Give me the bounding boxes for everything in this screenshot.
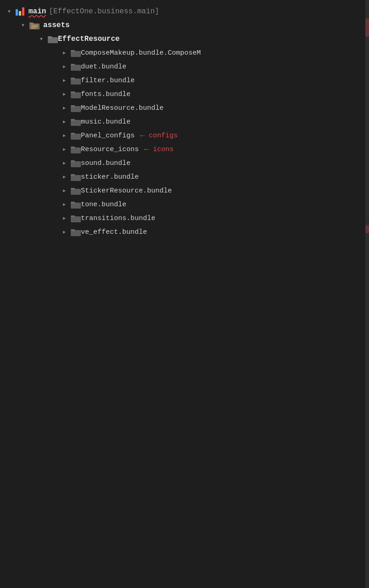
- chevron-right-icon: [60, 76, 69, 85]
- chevron-right-icon: [60, 227, 69, 237]
- svg-rect-16: [71, 105, 75, 107]
- chevron-right-icon: [60, 186, 69, 195]
- folder-icon: [71, 145, 81, 153]
- svg-rect-34: [71, 229, 75, 231]
- annotation-resourceicons: ← icons: [144, 145, 174, 154]
- arrow-icon: ←: [140, 131, 145, 140]
- folder-icon: [71, 49, 81, 57]
- svg-rect-26: [71, 174, 75, 176]
- chevron-right-icon: [60, 145, 69, 154]
- annotation-label: configs: [149, 132, 178, 140]
- svg-rect-20: [71, 133, 75, 135]
- folder-icon: [71, 159, 81, 167]
- item-label: music.bundle: [81, 118, 131, 126]
- annotation-panelconfigs: ← configs: [140, 131, 178, 140]
- chevron-right-icon: [60, 62, 69, 71]
- chevron-right-icon: [60, 103, 69, 113]
- file-tree: main [EffectOne.business.main] assets Ef…: [0, 0, 369, 243]
- svg-rect-14: [71, 91, 75, 93]
- folder-icon: [71, 76, 81, 85]
- root-label: main: [28, 7, 46, 16]
- tree-item-transitions[interactable]: transitions.bundle: [0, 211, 369, 225]
- folder-icon: [71, 62, 81, 71]
- root-sublabel: [EffectOne.business.main]: [49, 7, 159, 16]
- svg-rect-22: [71, 147, 75, 148]
- tree-item-tone[interactable]: tone.bundle: [0, 198, 369, 211]
- item-label: ModelResource.bundle: [81, 104, 164, 112]
- tree-items-container: ComposeMakeup.bundle.ComposeM duet.bundl…: [0, 46, 369, 239]
- item-label: fonts.bundle: [81, 90, 131, 98]
- folder-icon: [71, 131, 81, 140]
- tree-root-main[interactable]: main [EffectOne.business.main]: [0, 5, 369, 18]
- tree-item-composemakeup[interactable]: ComposeMakeup.bundle.ComposeM: [0, 46, 369, 60]
- item-label: duet.bundle: [81, 63, 126, 71]
- svg-rect-1: [29, 23, 34, 24]
- svg-rect-12: [71, 78, 75, 79]
- tree-item-veeffect[interactable]: ve_effect.bundle: [0, 225, 369, 239]
- svg-rect-6: [48, 36, 52, 38]
- scrollbar-thumb-mid[interactable]: [365, 225, 369, 233]
- effectresource-label: EffectResource: [58, 35, 119, 43]
- folder-icon: [48, 35, 58, 43]
- tree-item-fonts[interactable]: fonts.bundle: [0, 87, 369, 101]
- scrollbar-track[interactable]: [365, 0, 369, 588]
- annotation-label: icons: [153, 146, 174, 153]
- svg-rect-24: [71, 160, 75, 162]
- chevron-right-icon: [60, 131, 69, 140]
- item-label: filter.bundle: [81, 77, 135, 85]
- svg-rect-32: [71, 215, 75, 217]
- folder-icon: [71, 118, 81, 126]
- folder-icon: [29, 21, 40, 29]
- chevron-right-icon: [60, 90, 69, 99]
- chevron-right-icon: [60, 117, 69, 126]
- chevron-right-icon: [60, 158, 69, 168]
- chevron-right-icon: [60, 172, 69, 181]
- chevron-right-icon: [60, 200, 69, 209]
- folder-icon: [71, 173, 81, 181]
- item-label: tone.bundle: [81, 201, 126, 209]
- scrollbar-thumb-top[interactable]: [365, 18, 369, 37]
- folder-icon: [71, 104, 81, 112]
- svg-rect-10: [71, 64, 75, 66]
- folder-icon: [71, 214, 81, 222]
- tree-item-effectresource[interactable]: EffectResource: [0, 32, 369, 46]
- tree-item-assets[interactable]: assets: [0, 18, 369, 32]
- chevron-down-icon: [18, 21, 28, 30]
- item-label: sticker.bundle: [81, 173, 139, 181]
- tree-item-sticker[interactable]: sticker.bundle: [0, 170, 369, 184]
- svg-rect-8: [71, 50, 75, 52]
- item-label: ComposeMakeup.bundle.ComposeM: [81, 49, 201, 57]
- tree-item-filter[interactable]: filter.bundle: [0, 74, 369, 87]
- item-label: Resource_icons: [81, 146, 139, 153]
- chevron-down-icon: [5, 7, 14, 16]
- svg-rect-30: [71, 202, 75, 204]
- module-icon: [16, 7, 26, 16]
- tree-item-duet[interactable]: duet.bundle: [0, 60, 369, 74]
- item-label: sound.bundle: [81, 159, 131, 167]
- chevron-right-icon: [60, 214, 69, 223]
- tree-item-sound[interactable]: sound.bundle: [0, 156, 369, 170]
- svg-rect-28: [71, 188, 75, 190]
- svg-rect-18: [71, 119, 75, 121]
- item-label: Panel_configs: [81, 132, 135, 140]
- item-label: ve_effect.bundle: [81, 228, 147, 236]
- tree-item-panelconfigs[interactable]: Panel_configs ← configs: [0, 129, 369, 142]
- item-label: transitions.bundle: [81, 215, 155, 222]
- chevron-down-icon: [37, 34, 46, 44]
- folder-icon: [71, 228, 81, 236]
- item-label: StickerResource.bundle: [81, 187, 172, 195]
- arrow-icon: ←: [144, 145, 149, 154]
- tree-item-resourceicons[interactable]: Resource_icons ← icons: [0, 142, 369, 156]
- chevron-right-icon: [60, 48, 69, 57]
- tree-item-stickerresource[interactable]: StickerResource.bundle: [0, 184, 369, 198]
- folder-icon: [71, 187, 81, 195]
- folder-icon: [71, 90, 81, 98]
- folder-icon: [71, 200, 81, 209]
- tree-item-modelresource[interactable]: ModelResource.bundle: [0, 101, 369, 115]
- tree-item-music[interactable]: music.bundle: [0, 115, 369, 129]
- assets-label: assets: [43, 21, 70, 29]
